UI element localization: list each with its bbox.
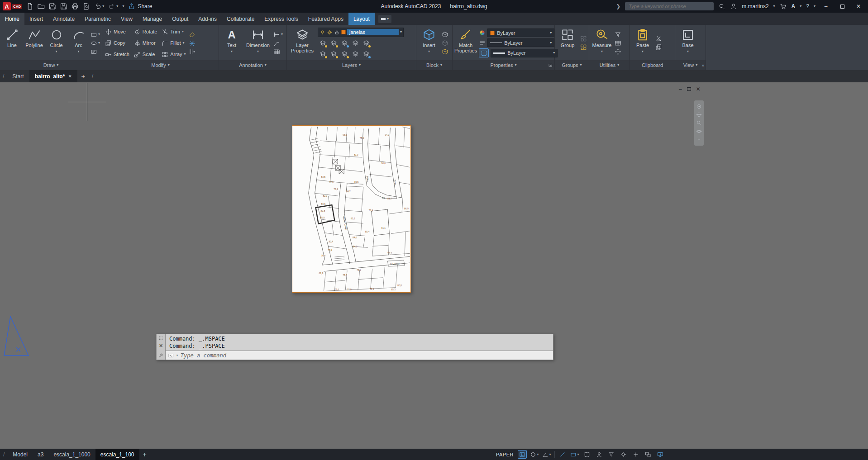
move-button[interactable]: Move	[104, 26, 130, 37]
grid-display-button[interactable]	[518, 450, 527, 459]
leader-button[interactable]	[273, 40, 283, 47]
layout-tab-a3[interactable]: a3	[33, 449, 48, 460]
linetype-caret-icon[interactable]: ▾	[550, 41, 552, 45]
paper-sheet-viewport[interactable]: 96,578,294,081,990,683,582,676,286,584,2…	[292, 125, 411, 293]
user-menu-caret-icon[interactable]: ▾	[773, 5, 775, 8]
measure-button[interactable]: Measure▾	[591, 26, 613, 60]
layer-select[interactable]: janelas ▾	[318, 28, 404, 37]
drawing-close-button[interactable]: ✕	[696, 86, 701, 92]
zoom-icon[interactable]	[696, 120, 702, 126]
object-snap-button[interactable]: ▾	[570, 450, 579, 459]
line-button[interactable]: Line	[2, 26, 22, 60]
explode-button[interactable]	[189, 40, 196, 47]
lineweight-select[interactable]: ByLayer▾	[491, 49, 558, 57]
ribbon-tab-featured-apps[interactable]: Featured Apps	[303, 13, 348, 25]
utilities-panel-title[interactable]: Utilities▾	[589, 60, 630, 70]
polyline-button[interactable]: Polyline	[24, 26, 44, 60]
layer-freeze-button[interactable]	[339, 39, 349, 48]
save-icon[interactable]	[49, 3, 56, 10]
help-icon[interactable]: ?	[806, 3, 809, 9]
insert-caret-icon[interactable]: ▾	[428, 50, 430, 53]
layer-properties-button[interactable]: Layer Properties	[289, 26, 316, 60]
base-caret-icon[interactable]: ▾	[687, 50, 689, 53]
file-tab-bairro-alto[interactable]: bairro_alto*✕	[29, 70, 77, 82]
save-as-icon[interactable]	[60, 3, 67, 10]
transparency-button[interactable]	[479, 48, 489, 57]
layers-panel-title[interactable]: Layers▾	[287, 60, 416, 70]
group-edit-button[interactable]	[580, 44, 587, 51]
annotation-monitor-button[interactable]	[595, 450, 604, 459]
rectangle-caret-icon[interactable]: ▾	[98, 33, 100, 36]
quick-select-button[interactable]	[615, 31, 621, 38]
properties-dialog-launcher-icon[interactable]	[548, 63, 553, 67]
ellipse-caret-icon[interactable]: ▾	[98, 41, 100, 45]
ribbon-tab-home[interactable]: Home	[0, 13, 24, 25]
help-caret-icon[interactable]: ▾	[814, 5, 816, 8]
copy-button[interactable]: Copy	[104, 38, 130, 48]
maximize-button[interactable]	[836, 2, 848, 11]
create-block-button[interactable]	[442, 31, 448, 38]
group-button[interactable]: Group	[557, 26, 578, 60]
plot-icon[interactable]	[72, 3, 79, 10]
block-editor-button[interactable]	[442, 48, 448, 55]
undo-button[interactable]: ▾	[94, 3, 104, 10]
layer-off-button[interactable]	[318, 39, 328, 48]
view-panel-title[interactable]: View▾»	[675, 60, 706, 70]
file-tab-start[interactable]: Start	[7, 70, 29, 82]
command-recent-caret-icon[interactable]: ▾	[176, 354, 178, 357]
layout-tab-escala-1-1000[interactable]: escala_1_1000	[48, 449, 95, 460]
qat-customize-icon[interactable]: ▾	[122, 5, 124, 8]
minimize-button[interactable]: –	[820, 2, 832, 11]
layout-tab-escala-1-100[interactable]: escala_1_100	[95, 449, 139, 460]
workspace-button[interactable]	[619, 450, 628, 459]
ellipse-button[interactable]: ▾	[91, 40, 100, 47]
write-block-button[interactable]	[442, 40, 448, 47]
object-color-caret-icon[interactable]: ▾	[550, 31, 552, 35]
signed-in-user[interactable]: m.martins2	[742, 3, 768, 9]
redo-button[interactable]: ▾	[108, 3, 118, 10]
text-caret-icon[interactable]: ▾	[231, 50, 233, 53]
plot-preview-icon[interactable]	[83, 3, 90, 10]
app-store-cart-icon[interactable]	[780, 3, 787, 10]
table-button[interactable]	[273, 48, 283, 55]
properties-list-icon[interactable]	[479, 39, 486, 46]
app-menu-button[interactable]: A CAD	[3, 2, 22, 10]
isodraft-button[interactable]: ▾	[530, 450, 539, 459]
layer-thaw-button[interactable]	[339, 50, 349, 59]
dimension-button[interactable]: Dimension▾	[244, 26, 272, 60]
layer-unisolate-button[interactable]	[329, 50, 339, 59]
ribbon-tab-add-ins[interactable]: Add-ins	[193, 13, 222, 25]
paste-button[interactable]: Paste▾	[632, 26, 653, 60]
ribbon-tab-express-tools[interactable]: Express Tools	[259, 13, 303, 25]
ribbon-tab-output[interactable]: Output	[167, 13, 193, 25]
ribbon-overflow-icon[interactable]: »	[701, 63, 704, 68]
autotrack-button[interactable]: ▾	[542, 450, 551, 459]
layer-previous-button[interactable]	[361, 50, 371, 59]
dimension-caret-icon[interactable]: ▾	[257, 50, 259, 53]
command-input[interactable]: ▾ Type a command	[165, 351, 553, 360]
insert-button[interactable]: Insert▾	[418, 26, 440, 60]
command-close-button[interactable]: ✕	[159, 343, 163, 348]
arc-caret-icon[interactable]: ▾	[77, 50, 79, 53]
search-box[interactable]	[625, 2, 714, 10]
share-button[interactable]: Share	[128, 3, 152, 10]
customization-button[interactable]	[631, 450, 640, 459]
fillet-button[interactable]: Fillet▾	[161, 38, 186, 48]
navigation-wheel-icon[interactable]	[696, 104, 702, 109]
quick-calc-button[interactable]	[615, 40, 621, 47]
linetype-select[interactable]: ByLayer▾	[487, 38, 554, 47]
fillet-caret-icon[interactable]: ▾	[183, 41, 185, 45]
base-button[interactable]: Base▾	[677, 26, 699, 60]
search-collapse-icon[interactable]: ❯	[616, 3, 620, 9]
ribbon-tab-view[interactable]: View	[116, 13, 138, 25]
navbar-caret-icon[interactable]	[696, 137, 702, 142]
trim-button[interactable]: Trim▾	[161, 26, 186, 37]
object-color-select[interactable]: ByLayer▾	[487, 28, 554, 37]
command-customize-wrench-icon[interactable]	[158, 353, 163, 358]
autodesk-app-caret-icon[interactable]: ▾	[800, 5, 801, 8]
rotate-button[interactable]: Rotate	[133, 26, 158, 37]
ribbon-tab-annotate[interactable]: Annotate	[48, 13, 80, 25]
command-recent-icon[interactable]	[168, 353, 174, 358]
command-window[interactable]: ✕ Command: _.MSPACECommand: _.PSPACE ▾ T…	[156, 334, 553, 360]
arc-button[interactable]: Arc▾	[68, 26, 89, 60]
